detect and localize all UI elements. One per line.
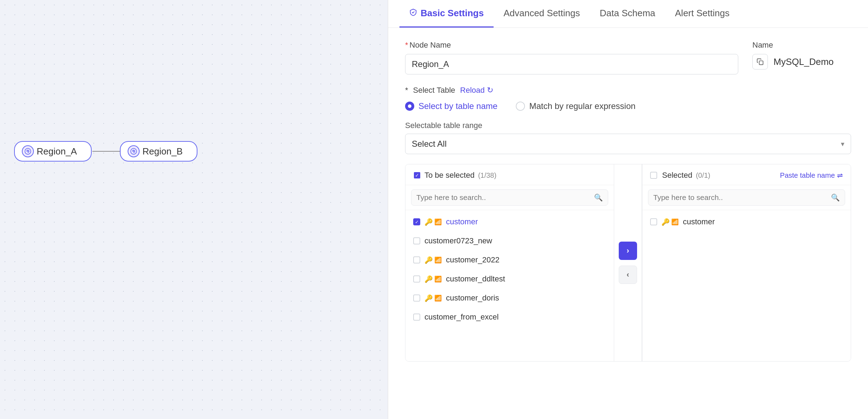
- paste-icon: ⇌: [837, 171, 843, 180]
- item-icons: 🔑 📶: [424, 294, 442, 302]
- arrow-line: [92, 151, 120, 152]
- list-item[interactable]: 🔑 📶 customer_2022: [405, 250, 614, 269]
- item-checkbox[interactable]: [413, 275, 420, 283]
- node-b[interactable]: Region_B: [120, 141, 197, 162]
- wifi-icon: 📶: [434, 275, 442, 283]
- radio-table-name[interactable]: Select by table name: [405, 101, 497, 111]
- transfer-right-search: 🔍: [642, 185, 851, 210]
- transfer-left-title: To be selected: [424, 171, 475, 180]
- list-item[interactable]: 🔑 📶 customer: [642, 212, 851, 231]
- key-icon: 🔑: [424, 218, 433, 226]
- node-name-group: *Node Name: [405, 41, 738, 74]
- transfer-select-all-checkbox[interactable]: ✓: [413, 171, 421, 179]
- wifi-icon: 📶: [434, 294, 442, 302]
- search-right-icon: 🔍: [831, 193, 840, 202]
- item-checkbox[interactable]: [413, 237, 420, 244]
- select-table-section: * Select Table Reload ↻: [405, 86, 851, 95]
- radio-regex[interactable]: Match by regular expression: [516, 101, 635, 111]
- name-group: Name MySQL_Demo: [752, 41, 851, 69]
- node-name-input[interactable]: [405, 54, 738, 74]
- transfer-right-count: (0/1): [696, 171, 710, 180]
- tab-basic-label: Basic Settings: [421, 8, 484, 19]
- list-item[interactable]: 🔑 📶 customer_ddltest: [405, 269, 614, 289]
- key-icon: 🔑: [424, 294, 433, 302]
- radio-row: Select by table name Match by regular ex…: [405, 101, 851, 111]
- node-name-label: *Node Name: [405, 41, 738, 50]
- item-icons: 🔑 📶: [424, 256, 442, 264]
- copy-icon[interactable]: [752, 54, 768, 69]
- radio-regex-circle: [516, 102, 525, 111]
- svg-point-1: [27, 151, 28, 152]
- wifi-icon: 📶: [434, 218, 442, 226]
- reload-icon: ↻: [487, 86, 493, 95]
- radio-table-name-circle: [405, 102, 414, 111]
- key-icon: 🔑: [424, 256, 433, 264]
- name-label: Name: [752, 41, 851, 50]
- svg-point-3: [133, 151, 134, 152]
- transfer-right-title: Selected: [662, 171, 692, 180]
- tabs-bar: Basic Settings Advanced Settings Data Sc…: [388, 0, 868, 28]
- selectable-range-label: Selectable table range: [405, 121, 851, 130]
- transfer-left-button[interactable]: ‹: [619, 266, 637, 284]
- key-icon: 🔑: [661, 218, 670, 226]
- item-name: customer_ddltest: [446, 274, 505, 284]
- transfer-right-header: Selected (0/1) Paste table name ⇌: [642, 164, 851, 185]
- transfer-left-panel: ✓ To be selected (1/38) 🔍 🔑: [405, 164, 614, 361]
- item-checkbox[interactable]: [413, 314, 420, 321]
- search-right-input[interactable]: [653, 193, 827, 202]
- item-checkbox[interactable]: [413, 256, 420, 263]
- item-name: customer: [446, 217, 478, 226]
- search-left-input[interactable]: [416, 193, 591, 202]
- tab-alert[interactable]: Alert Settings: [665, 0, 740, 28]
- panel-body: *Node Name Name MySQL_Demo: [388, 28, 868, 419]
- item-name: customer0723_new: [424, 236, 492, 245]
- tab-schema-label: Data Schema: [600, 8, 655, 19]
- list-item[interactable]: customer_from_excel: [405, 308, 614, 327]
- wifi-icon: 📶: [671, 218, 679, 226]
- search-right-wrap: 🔍: [648, 189, 845, 206]
- name-value: MySQL_Demo: [774, 56, 834, 67]
- select-table-label: Select Table: [413, 86, 455, 95]
- select-all-value: Select All: [412, 139, 447, 149]
- tab-advanced-label: Advanced Settings: [503, 8, 580, 19]
- node-name-required: *: [405, 41, 408, 49]
- transfer-right-select-all[interactable]: [650, 172, 657, 179]
- item-icons: 🔑 📶: [424, 218, 442, 226]
- tab-advanced[interactable]: Advanced Settings: [494, 0, 590, 28]
- node-b-label: Region_B: [142, 146, 183, 157]
- search-left-wrap: 🔍: [411, 189, 608, 206]
- transfer-right-button[interactable]: ›: [619, 242, 637, 260]
- radio-regex-label: Match by regular expression: [529, 101, 635, 111]
- arrow-connector: [92, 148, 124, 154]
- node-a-icon: [22, 145, 34, 157]
- transfer-left-search: 🔍: [405, 185, 614, 210]
- transfer-right-list: 🔑 📶 customer: [642, 210, 851, 361]
- item-icons: 🔑 📶: [424, 275, 442, 283]
- item-name: customer_from_excel: [424, 312, 499, 322]
- list-item[interactable]: 🔑 📶 customer_doris: [405, 289, 614, 308]
- item-name: customer: [683, 217, 715, 226]
- transfer-left-count: (1/38): [478, 171, 496, 180]
- search-left-icon: 🔍: [594, 193, 603, 202]
- select-all-dropdown[interactable]: Select All ▾: [405, 134, 851, 154]
- node-a[interactable]: Region_A: [14, 141, 92, 162]
- svg-rect-4: [759, 61, 763, 65]
- item-name: customer_2022: [446, 255, 500, 265]
- radio-table-name-label: Select by table name: [418, 101, 497, 111]
- wifi-icon: 📶: [434, 256, 442, 264]
- list-item[interactable]: 🔑 📶 customer: [405, 212, 614, 231]
- paste-table-name-button[interactable]: Paste table name ⇌: [780, 171, 843, 180]
- settings-panel: Basic Settings Advanced Settings Data Sc…: [388, 0, 868, 419]
- transfer-left-header: ✓ To be selected (1/38): [405, 164, 614, 185]
- reload-button[interactable]: Reload ↻: [460, 86, 493, 95]
- tab-schema[interactable]: Data Schema: [590, 0, 665, 28]
- transfer-container: ✓ To be selected (1/38) 🔍 🔑: [405, 164, 851, 362]
- transfer-left-list: 🔑 📶 customer customer0723_new: [405, 210, 614, 361]
- list-item[interactable]: customer0723_new: [405, 231, 614, 250]
- key-icon: 🔑: [424, 275, 433, 283]
- item-checkbox[interactable]: [413, 294, 420, 302]
- tab-alert-label: Alert Settings: [675, 8, 730, 19]
- item-checkbox[interactable]: [413, 218, 420, 225]
- tab-basic[interactable]: Basic Settings: [399, 0, 494, 28]
- item-checkbox[interactable]: [650, 218, 657, 225]
